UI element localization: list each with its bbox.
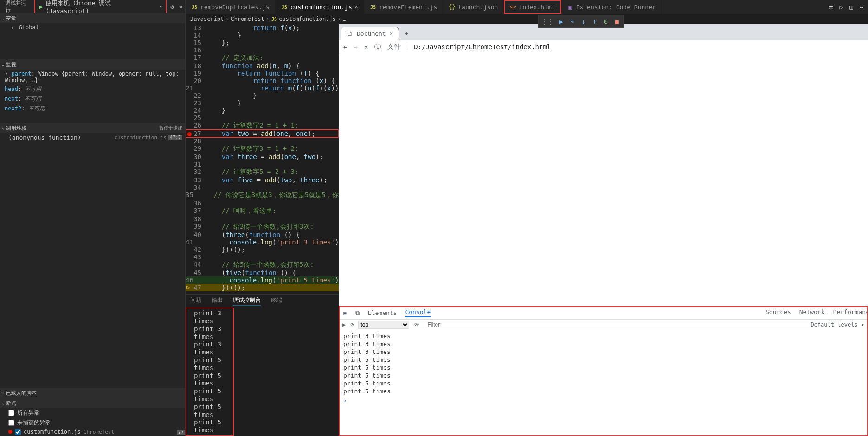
close-icon[interactable]: × [390,30,393,37]
devtools-tab[interactable]: Sources [765,308,791,315]
url-text[interactable]: D:/Javascript/ChromeTest/index.html [414,43,551,51]
stop-button[interactable]: ■ [612,16,622,26]
code-line[interactable]: 36 [186,199,339,207]
editor-tab[interactable]: JSremoveDuplicates.js [186,0,276,14]
devtools-tab-elements[interactable]: Elements [368,309,397,316]
watch-item[interactable]: head: 不可用 [5,84,180,94]
breakpoint-all-exceptions[interactable]: 所有异常 [0,408,185,418]
code-line[interactable]: 35 // 你说它是3就是3，你说它是5就是5，你怎么证明 [186,191,339,199]
play-icon[interactable]: ▶ [342,321,346,328]
code-line[interactable]: 42 }))(); [186,246,339,253]
inspect-icon[interactable]: ▣ [343,309,347,316]
loaded-scripts-head[interactable]: › 已载入的脚本 [0,388,185,398]
context-dropdown[interactable]: top [358,321,409,329]
code-line[interactable]: 29 // 计算数字3 = 1 + 2: [186,145,339,153]
code-line[interactable]: 13 return f(x); [186,24,339,32]
panel-icon[interactable]: ⇥ [179,3,182,10]
filter-input[interactable] [424,321,517,328]
code-line[interactable]: 22 } [186,92,339,99]
device-icon[interactable]: ⧉ [355,309,360,317]
close-icon[interactable]: × [355,4,358,10]
devtools-tab-console[interactable]: Console [405,308,431,317]
checkbox[interactable] [8,410,14,416]
editor-tab[interactable]: JSremoveElement.js [364,0,443,14]
editor-action-icon[interactable]: ⇄ [829,4,833,11]
devtools-tab[interactable]: Network [799,308,825,315]
panel-tab[interactable]: 调试控制台 [233,296,261,306]
forward-button[interactable]: → [354,43,357,51]
code-line[interactable]: 16 [186,46,339,54]
code-line[interactable]: 43 [186,253,339,261]
code-line[interactable]: 17 // 定义加法: [186,54,339,62]
code-editor[interactable]: 13 return f(x);14 }15 };1617 // 定义加法:18 … [186,24,339,436]
code-line[interactable]: 26 // 计算数字2 = 1 + 1: [186,122,339,130]
callstack-frame[interactable]: (anonymous function) customfunction.js 4… [0,133,185,142]
gear-icon[interactable]: ⚙ [170,3,174,10]
code-line[interactable]: 44 // 给5传一个函数,会打印5次: [186,261,339,269]
checkbox[interactable] [8,420,14,426]
code-line[interactable]: 46 console.log('print 5 times'); [186,276,339,284]
code-line[interactable]: 18 function add(n, m) { [186,62,339,70]
editor-action-icon[interactable]: ⋯ [860,4,863,11]
watch-section-head[interactable]: ⌄ 监视 [0,59,185,70]
continue-button[interactable]: ▶ [556,16,566,26]
breakpoint-file[interactable]: customfunction.js ChromeTest 27 [0,428,185,436]
step-over-button[interactable]: ↷ [567,16,578,26]
code-line[interactable]: 31 [186,160,339,168]
code-line[interactable]: 21 return m(f)(n(f)(x)); [186,84,339,92]
panel-tab[interactable]: 终端 [271,296,282,306]
panel-tab[interactable]: 输出 [212,296,223,306]
back-button[interactable]: ← [343,43,347,51]
breakpoints-head[interactable]: ⌄ 断点 [0,398,185,408]
eye-icon[interactable]: 👁 [414,321,419,328]
editor-tab[interactable]: ▣Extension: Code Runner [561,0,662,14]
stop-reload-button[interactable]: ✕ [364,43,368,51]
drag-grip-icon[interactable]: ⋮⋮ [540,18,555,25]
code-line[interactable]: 27 var two = add(one, one); [186,130,339,137]
log-levels-dropdown[interactable]: Default levels ▾ [810,321,864,328]
restart-button[interactable]: ↻ [601,16,611,26]
editor-action-icon[interactable]: ▷ [840,4,843,11]
code-line[interactable]: 25 [186,114,339,122]
code-line[interactable]: 19 return function (f) { [186,70,339,77]
code-line[interactable]: 45 (five(function () { [186,269,339,276]
code-line[interactable]: 30 var three = add(one, two); [186,153,339,160]
info-icon[interactable]: i [374,44,381,50]
devtools-tab[interactable]: Performance [833,308,868,315]
watch-item[interactable]: › parent: Window {parent: Window, opener… [5,70,180,84]
console-prompt[interactable]: › [339,397,868,404]
code-line[interactable]: 28 [186,137,339,145]
editor-tab[interactable]: {}launch.json [443,0,504,14]
editor-tab[interactable]: JScustomfunction.js× [276,0,364,14]
step-out-button[interactable]: ↑ [590,16,600,26]
code-line[interactable]: 37 // 呵呵，看这里: [186,207,339,215]
panel-tab[interactable]: 问题 [190,296,201,306]
code-line[interactable]: 15 }; [186,39,339,46]
code-line[interactable]: 34 [186,184,339,191]
code-line[interactable]: 39 // 给3传一个函数,会打印3次: [186,223,339,231]
step-into-button[interactable]: ↓ [579,16,589,26]
breakpoint-uncaught[interactable]: 未捕获的异常 [0,418,185,428]
breadcrumb[interactable]: Javascript› ChromeTest› JS customfunctio… [186,14,868,24]
watch-item[interactable]: next: 不可用 [5,94,180,104]
code-line[interactable]: 32 // 计算数字5 = 2 + 3: [186,168,339,176]
editor-tab[interactable]: <>index.html [504,0,561,14]
editor-action-icon[interactable]: ◫ [849,4,853,11]
code-line[interactable]: 23 } [186,99,339,107]
variables-section-head[interactable]: ⌄ 变量 [0,13,185,23]
code-line[interactable]: 14 } [186,32,339,39]
variables-global[interactable]: › Global [5,23,180,32]
callstack-section-head[interactable]: ⌄ 调用堆栈 暂停于步骤 [0,123,185,133]
watch-item[interactable]: next2: 不可用 [5,104,180,114]
code-line[interactable]: 33 var five = add(two, three); [186,176,339,184]
code-line[interactable]: 20 return function (x) { [186,77,339,84]
browser-tab[interactable]: 🗋 Document × [341,27,399,40]
checkbox[interactable] [15,429,21,435]
code-line[interactable]: 47 }))(); [186,284,339,291]
code-line[interactable]: 41 console.log('print 3 times'); [186,238,339,246]
code-line[interactable]: 38 [186,215,339,223]
code-line[interactable]: 24 } [186,107,339,114]
new-tab-button[interactable]: + [401,30,412,37]
clear-icon[interactable]: ⊘ [350,321,354,328]
code-line[interactable]: 40 (three(function () { [186,231,339,238]
